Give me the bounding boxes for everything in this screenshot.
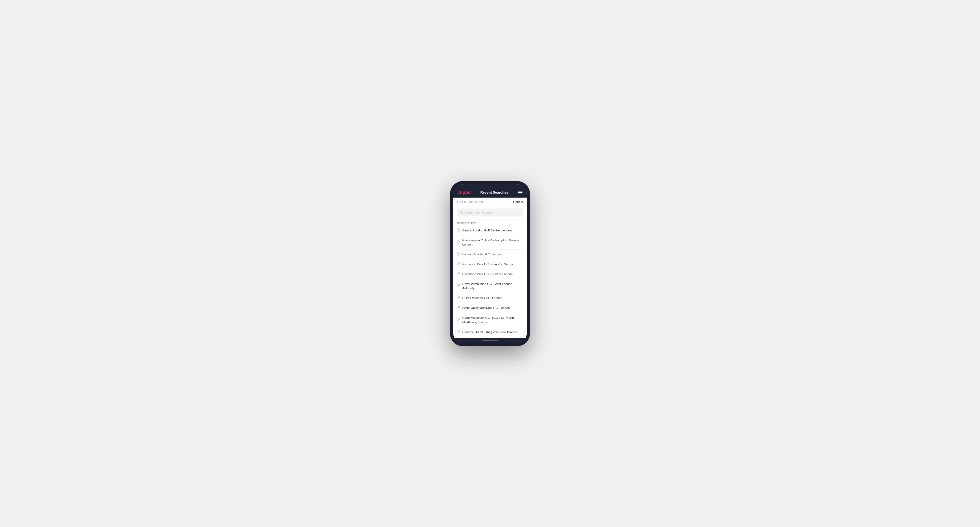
list-item[interactable]: Richmond Park GC - Prince's, Surrey bbox=[453, 259, 527, 269]
course-name: Brent Valley Municipal GC, London bbox=[462, 306, 510, 310]
location-pin-icon bbox=[457, 272, 460, 276]
location-pin-icon bbox=[457, 252, 460, 256]
svg-point-2 bbox=[458, 229, 459, 230]
nav-title: Recent Searches bbox=[480, 190, 508, 194]
main-content: Find a Golf Course Cancel Nearby bbox=[453, 198, 527, 338]
course-name: Royal Wimbledon GC, Great London Authori… bbox=[462, 282, 523, 290]
location-pin-icon bbox=[457, 228, 460, 232]
home-indicator bbox=[453, 338, 527, 343]
location-pin-icon bbox=[457, 318, 460, 322]
top-nav: clippd Recent Searches bbox=[453, 188, 527, 198]
course-name: Central London Golf Centre, London bbox=[462, 228, 512, 232]
location-pin-icon bbox=[457, 240, 460, 244]
svg-point-7 bbox=[458, 285, 459, 286]
svg-point-3 bbox=[458, 241, 459, 242]
list-item[interactable]: London Scottish GC, London bbox=[453, 249, 527, 259]
list-item[interactable]: Brent Valley Municipal GC, London bbox=[453, 303, 527, 313]
search-header: Find a Golf Course Cancel bbox=[453, 198, 527, 206]
search-container bbox=[453, 206, 527, 219]
location-pin-icon bbox=[457, 262, 460, 266]
svg-point-4 bbox=[458, 253, 459, 254]
course-name: North Middlesex GC (1011942 - North Midd… bbox=[462, 316, 523, 324]
course-name: Coombe Hill GC, Kingston upon Thames bbox=[462, 330, 518, 334]
location-pin-icon bbox=[457, 330, 460, 334]
courses-section: Nearby courses Central London Golf Centr… bbox=[453, 219, 527, 338]
location-pin-icon bbox=[457, 306, 460, 310]
courses-list: Central London Golf Centre, London Roeha… bbox=[453, 225, 527, 337]
location-pin-icon bbox=[457, 296, 460, 300]
list-item[interactable]: North Middlesex GC (1011942 - North Midd… bbox=[453, 313, 527, 327]
hamburger-line-3 bbox=[518, 194, 522, 194]
list-item[interactable]: Royal Wimbledon GC, Great London Authori… bbox=[453, 279, 527, 293]
course-name: London Scottish GC, London bbox=[462, 252, 502, 256]
list-item[interactable]: Roehampton Club - Roehampton, Greater Lo… bbox=[453, 235, 527, 249]
course-name: Richmond Park GC - Duke's, London bbox=[462, 272, 513, 276]
status-bar bbox=[453, 184, 527, 188]
app-logo: clippd bbox=[458, 190, 471, 195]
phone-screen: clippd Recent Searches Find a Golf Cours… bbox=[453, 184, 527, 343]
svg-point-11 bbox=[458, 331, 459, 332]
location-pin-icon bbox=[457, 284, 460, 288]
svg-point-10 bbox=[458, 319, 459, 320]
svg-line-1 bbox=[462, 213, 463, 213]
hamburger-line-1 bbox=[518, 191, 522, 192]
menu-icon[interactable] bbox=[518, 191, 522, 194]
list-item[interactable]: Coombe Hill GC, Kingston upon Thames bbox=[453, 327, 527, 337]
home-bar bbox=[482, 340, 498, 341]
list-item[interactable]: Central London Golf Centre, London bbox=[453, 225, 527, 235]
course-name: Roehampton Club - Roehampton, Greater Lo… bbox=[462, 238, 523, 247]
hamburger-line-2 bbox=[518, 192, 522, 193]
cancel-button[interactable]: Cancel bbox=[513, 200, 523, 204]
course-name: Richmond Park GC - Prince's, Surrey bbox=[462, 262, 513, 266]
list-item[interactable]: Richmond Park GC - Duke's, London bbox=[453, 269, 527, 279]
svg-point-9 bbox=[458, 307, 459, 308]
search-icon bbox=[460, 210, 463, 215]
svg-point-8 bbox=[458, 297, 459, 298]
phone-frame: clippd Recent Searches Find a Golf Cours… bbox=[450, 181, 530, 346]
svg-point-6 bbox=[458, 273, 459, 274]
find-label: Find a Golf Course bbox=[457, 200, 484, 204]
course-name: Dukes Meadows GC, London bbox=[462, 296, 502, 300]
search-input[interactable] bbox=[465, 211, 520, 214]
nearby-section-label: Nearby courses bbox=[453, 219, 527, 225]
search-input-wrapper bbox=[457, 208, 523, 216]
svg-point-5 bbox=[458, 263, 459, 264]
list-item[interactable]: Dukes Meadows GC, London bbox=[453, 293, 527, 303]
